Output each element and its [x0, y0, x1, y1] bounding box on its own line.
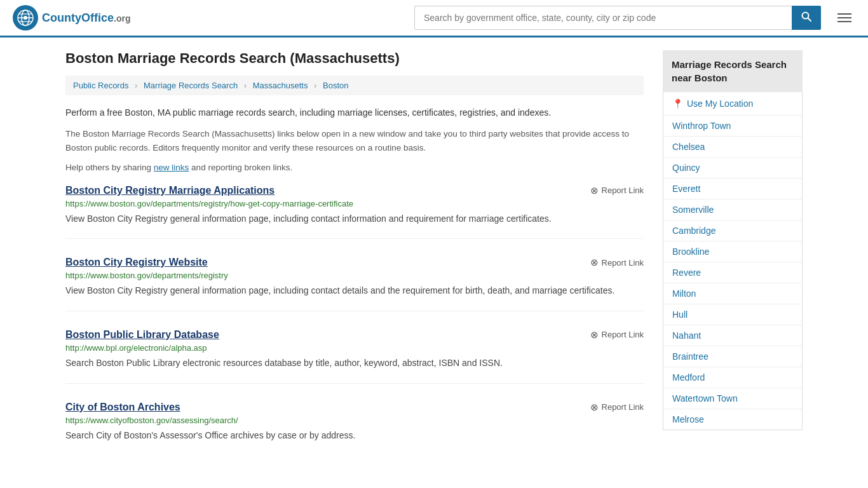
sidebar-location-link[interactable]: Winthrop Town [663, 116, 802, 136]
result-title[interactable]: Boston Public Library Database [65, 329, 219, 341]
breadcrumb-marriage-records-search[interactable]: Marriage Records Search [144, 81, 238, 90]
sidebar-location-link[interactable]: Hull [663, 304, 802, 325]
report-icon: ⊗ [590, 257, 599, 268]
result-title[interactable]: Boston City Registry Website [65, 257, 208, 268]
result-url: https://www.cityofboston.gov/assessing/s… [65, 416, 644, 425]
sidebar-location-link[interactable]: Braintree [663, 346, 802, 367]
sidebar-location-link[interactable]: Brookline [663, 241, 802, 262]
page-title: Boston Marriage Records Search (Massachu… [65, 50, 644, 67]
report-icon: ⊗ [590, 402, 599, 413]
result-title[interactable]: Boston City Registry Marriage Applicatio… [65, 185, 275, 196]
report-icon: ⊗ [590, 185, 599, 196]
sidebar-location-link[interactable]: Nahant [663, 325, 802, 346]
sidebar-location-item: Nahant [663, 325, 802, 346]
breadcrumb-boston[interactable]: Boston [323, 81, 348, 90]
logo[interactable]: CountyOffice.org [13, 5, 130, 30]
results-list: Boston City Registry Marriage Applicatio… [65, 185, 644, 456]
report-link-button[interactable]: ⊗ Report Link [590, 329, 644, 341]
result-item: Boston City Registry Website ⊗ Report Li… [65, 257, 644, 311]
sidebar-location-link[interactable]: Milton [663, 283, 802, 304]
breadcrumb: Public Records › Marriage Records Search… [65, 76, 644, 95]
result-item: City of Boston Archives ⊗ Report Link ht… [65, 402, 644, 456]
result-title[interactable]: City of Boston Archives [65, 402, 180, 413]
sidebar-location-item: Brookline [663, 241, 802, 262]
sidebar-location-item: Milton [663, 283, 802, 304]
sidebar-location-link[interactable]: Watertown Town [663, 388, 802, 409]
report-icon: ⊗ [590, 329, 599, 341]
search-input[interactable] [414, 6, 792, 30]
intro-text: Perform a free Boston, MA public marriag… [65, 105, 644, 119]
sidebar-location-link[interactable]: Chelsea [663, 137, 802, 157]
sidebar-location-link[interactable]: Somerville [663, 200, 802, 220]
sidebar-location-item: Revere [663, 262, 802, 283]
report-link-button[interactable]: ⊗ Report Link [590, 185, 644, 196]
sidebar-location-link[interactable]: Cambridge [663, 220, 802, 241]
logo-text: CountyOffice.org [42, 11, 130, 25]
sidebar-location-item: Quincy [663, 158, 802, 179]
sidebar-location-item: Medford [663, 367, 802, 388]
logo-icon [13, 5, 38, 30]
result-item: Boston Public Library Database ⊗ Report … [65, 329, 644, 384]
breadcrumb-public-records[interactable]: Public Records [73, 81, 128, 90]
sidebar-location-item: Melrose [663, 409, 802, 430]
report-link-button[interactable]: ⊗ Report Link [590, 257, 644, 268]
sidebar-location-link[interactable]: Everett [663, 179, 802, 199]
sidebar-location-link[interactable]: Revere [663, 262, 802, 283]
result-desc: Search City of Boston's Assessor's Offic… [65, 429, 644, 443]
disclaimer-text: The Boston Marriage Records Search (Mass… [65, 127, 644, 154]
sidebar-location-item: Watertown Town [663, 388, 802, 409]
sidebar-location-item: Hull [663, 304, 802, 325]
new-links-link[interactable]: new links [154, 163, 189, 172]
search-button[interactable] [792, 6, 821, 30]
sidebar-location-item: Winthrop Town [663, 116, 802, 137]
sidebar-location-link[interactable]: Quincy [663, 158, 802, 178]
result-desc: View Boston City Registry general inform… [65, 284, 644, 298]
sidebar-location-item: Chelsea [663, 137, 802, 158]
result-desc: View Boston City Registry general inform… [65, 212, 644, 226]
search-bar [414, 6, 821, 30]
use-my-location[interactable]: 📍 Use My Location [663, 92, 802, 116]
pin-icon: 📍 [672, 98, 683, 109]
sidebar-location-item: Cambridge [663, 220, 802, 241]
result-url: http://www.bpl.org/electronic/alpha.asp [65, 343, 644, 353]
sidebar-location-link[interactable]: Medford [663, 367, 802, 388]
sidebar-heading: Marriage Records Search near Boston [663, 50, 803, 92]
svg-point-5 [24, 16, 27, 20]
svg-line-7 [808, 18, 811, 22]
breadcrumb-massachusetts[interactable]: Massachusetts [253, 81, 308, 90]
sidebar: Marriage Records Search near Boston 📍 Us… [663, 50, 803, 473]
sidebar-location-item: Braintree [663, 346, 802, 367]
result-url: https://www.boston.gov/departments/regis… [65, 199, 644, 208]
result-item: Boston City Registry Marriage Applicatio… [65, 185, 644, 240]
report-link-button[interactable]: ⊗ Report Link [590, 402, 644, 413]
result-desc: Search Boston Public Library electronic … [65, 356, 644, 370]
result-url: https://www.boston.gov/departments/regis… [65, 271, 644, 280]
sidebar-list: 📍 Use My Location Winthrop TownChelseaQu… [663, 92, 803, 430]
menu-button[interactable] [834, 7, 855, 29]
sidebar-location-item: Everett [663, 179, 802, 200]
sidebar-location-link[interactable]: Melrose [663, 409, 802, 430]
sidebar-location-item: Somerville [663, 200, 802, 220]
help-text: Help others by sharing new links and rep… [65, 163, 644, 172]
